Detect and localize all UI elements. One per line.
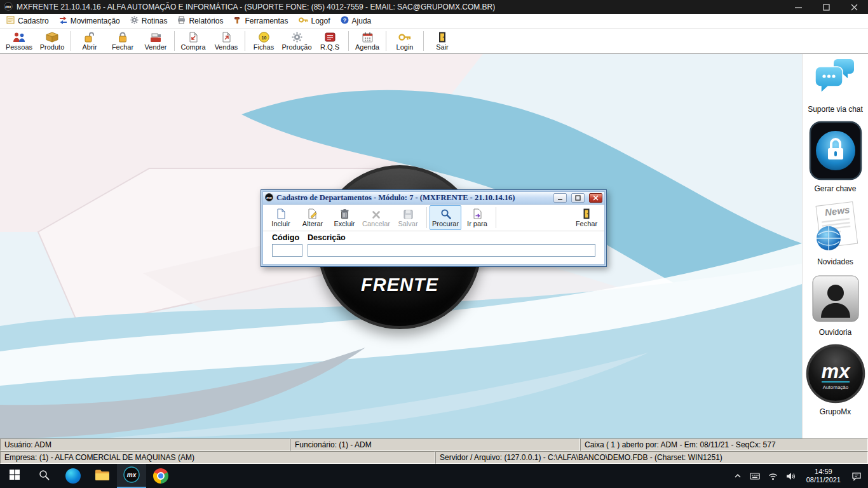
tray-chevron-up-icon[interactable] bbox=[734, 472, 742, 480]
menu-item-logof[interactable]: Logof bbox=[294, 14, 336, 28]
toolbar-separator bbox=[348, 31, 349, 51]
menu-item-cadastro[interactable]: Cadastro bbox=[1, 14, 54, 28]
menu-item-movimentacao[interactable]: Movimentação bbox=[54, 14, 125, 28]
taskbar-mxfrente-button[interactable]: mx bbox=[117, 464, 146, 488]
edit-pencil-icon bbox=[308, 208, 318, 219]
svg-text:10: 10 bbox=[261, 35, 266, 39]
descricao-label: Descrição bbox=[308, 233, 595, 242]
main-workspace: FRENTE Suporte via chat bbox=[0, 54, 868, 438]
news-globe-icon: News bbox=[810, 200, 862, 256]
dialog-toolbar-separator bbox=[426, 207, 427, 228]
toolbar-separator bbox=[174, 31, 175, 51]
dialog-minimize-icon[interactable] bbox=[553, 193, 567, 203]
toolbar-button-pessoas[interactable]: Pessoas bbox=[3, 29, 36, 53]
toolbar-button-vender[interactable]: Vender bbox=[139, 29, 172, 53]
salvar-button: Salvar bbox=[392, 205, 424, 230]
sidebar-item-label: Suporte via chat bbox=[808, 105, 863, 114]
sidebar-item-label: GrupoMx bbox=[820, 407, 851, 416]
incluir-button[interactable]: Incluir bbox=[265, 205, 297, 230]
svg-text:mx: mx bbox=[821, 360, 851, 383]
statusbar-row2: Empresa: (1) - ALFA COMERCIAL DE MAQUINA… bbox=[0, 451, 868, 464]
gear-icon bbox=[130, 16, 139, 26]
chat-bubbles-icon bbox=[815, 57, 857, 104]
toolbar-button-fichas[interactable]: 10 Fichas bbox=[247, 29, 280, 53]
hammer-icon bbox=[233, 16, 241, 26]
window-titlebar: mx MXFRENTE 21.10.14.16 - ALFA AUTOMAÇÃO… bbox=[0, 0, 868, 14]
toolbar-button-agenda[interactable]: Agenda bbox=[351, 29, 384, 53]
folder-icon bbox=[95, 469, 110, 484]
new-record-icon bbox=[276, 208, 286, 219]
volume-icon[interactable] bbox=[786, 472, 796, 480]
network-icon[interactable] bbox=[768, 472, 778, 480]
dialog-titlebar[interactable]: mx Cadastro de Departamentos - Módulo: 7… bbox=[262, 191, 605, 205]
cancel-x-icon bbox=[372, 208, 381, 219]
touch-keyboard-icon[interactable] bbox=[750, 472, 760, 480]
toolbar-button-sair[interactable]: Sair bbox=[426, 29, 459, 53]
clock-date: 08/11/2021 bbox=[806, 476, 841, 484]
descricao-field: Descrição bbox=[308, 233, 595, 257]
taskbar-chrome-button[interactable] bbox=[146, 464, 175, 488]
toolbar-button-vendas[interactable]: Vendas bbox=[210, 29, 243, 53]
status-empresa: Empresa: (1) - ALFA COMERCIAL DE MAQUINA… bbox=[0, 451, 435, 464]
dialog-toolbar: Incluir Alterar Excluir Cancelar bbox=[263, 205, 604, 231]
padlock-icon bbox=[809, 121, 862, 183]
sidebar-item-novidades[interactable]: News Novidades bbox=[810, 200, 862, 266]
sidebar-item-grupomx[interactable]: mx Automação GrupoMx bbox=[806, 344, 865, 416]
sidebar-item-gerar-chave[interactable]: Gerar chave bbox=[809, 121, 862, 193]
exit-door-icon bbox=[437, 31, 448, 43]
menu-item-ferramentas[interactable]: Ferramentas bbox=[228, 14, 293, 28]
taskbar-edge-button[interactable] bbox=[58, 464, 88, 488]
toolbar-button-fechar[interactable]: Fechar bbox=[106, 29, 139, 53]
dialog-maximize-icon[interactable] bbox=[571, 193, 585, 203]
ir-para-button[interactable]: Ir para bbox=[461, 205, 493, 230]
sales-document-icon bbox=[221, 31, 232, 43]
toolbar-separator bbox=[386, 31, 386, 51]
open-lock-icon bbox=[84, 31, 95, 43]
menu-item-ajuda[interactable]: ? Ajuda bbox=[336, 14, 377, 28]
toolbar-button-abrir[interactable]: Abrir bbox=[73, 29, 106, 53]
mx-logo-icon: mx Automação bbox=[806, 344, 865, 406]
sidebar-item-ouvidoria[interactable]: Ouvidoria bbox=[810, 273, 861, 337]
closed-lock-icon bbox=[117, 31, 128, 43]
procurar-button[interactable]: Procurar bbox=[430, 205, 461, 230]
svg-text:?: ? bbox=[342, 17, 346, 24]
minimize-icon[interactable] bbox=[784, 0, 812, 14]
windows-taskbar: mx 14:59 08/11/2021 bbox=[0, 464, 868, 488]
svg-text:mx: mx bbox=[266, 196, 272, 200]
excluir-button[interactable]: Excluir bbox=[329, 205, 360, 230]
alterar-button[interactable]: Alterar bbox=[297, 205, 329, 230]
clock-time: 14:59 bbox=[806, 468, 841, 476]
status-caixa: Caixa ( 1 ) aberto por: ADM - Em: 08/11/… bbox=[580, 438, 868, 451]
calendar-icon bbox=[362, 31, 373, 43]
form-icon bbox=[6, 16, 15, 26]
toolbar-button-produto[interactable]: Produto bbox=[36, 29, 69, 53]
toolbar-separator bbox=[245, 31, 245, 51]
codigo-input[interactable] bbox=[272, 244, 302, 257]
fechar-button[interactable]: Fechar bbox=[571, 205, 602, 230]
printer-icon bbox=[177, 16, 186, 26]
statusbar-row1: Usuário: ADM Funcionário: (1) - ADM Caix… bbox=[0, 438, 868, 451]
taskbar-explorer-button[interactable] bbox=[88, 464, 117, 488]
start-button[interactable] bbox=[0, 464, 29, 488]
taskbar-search-button[interactable] bbox=[29, 464, 58, 488]
system-tray: 14:59 08/11/2021 bbox=[734, 464, 868, 488]
menu-item-rotinas[interactable]: Rotinas bbox=[125, 14, 173, 28]
sidebar-item-suporte-via-chat[interactable]: Suporte via chat bbox=[808, 57, 863, 114]
menu-item-relatorios[interactable]: Relatórios bbox=[172, 14, 228, 28]
dialog-close-icon[interactable] bbox=[589, 193, 602, 203]
action-center-icon[interactable] bbox=[851, 471, 862, 481]
descricao-input[interactable] bbox=[308, 244, 595, 257]
key-icon bbox=[299, 16, 308, 26]
maximize-icon[interactable] bbox=[812, 0, 840, 14]
toolbar-button-producao[interactable]: Produção bbox=[280, 29, 313, 53]
toolbar-button-compra[interactable]: Compra bbox=[177, 29, 210, 53]
close-icon[interactable] bbox=[840, 0, 868, 14]
key-icon bbox=[398, 31, 411, 43]
toolbar-button-rqs[interactable]: R.Q.S bbox=[313, 29, 346, 53]
search-icon bbox=[440, 208, 451, 219]
taskbar-clock[interactable]: 14:59 08/11/2021 bbox=[804, 468, 843, 484]
toolbar-button-login[interactable]: Login bbox=[388, 29, 421, 53]
svg-text:Automação: Automação bbox=[822, 384, 848, 390]
clock-icon: 10 bbox=[259, 31, 269, 43]
cancelar-button: Cancelar bbox=[360, 205, 392, 230]
